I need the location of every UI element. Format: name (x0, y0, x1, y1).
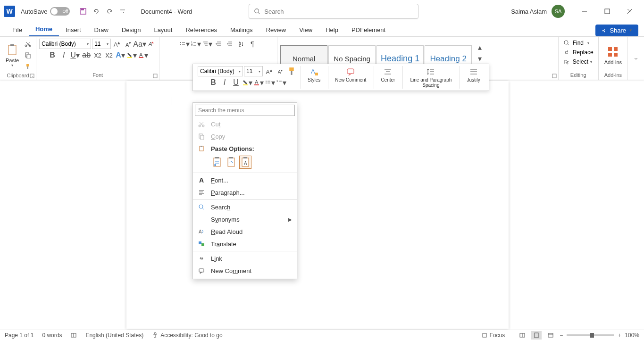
share-button[interactable]: Share ▼ (595, 25, 638, 36)
tab-draw[interactable]: Draw (88, 24, 115, 36)
context-read-aloud[interactable]: A Read Aloud (193, 225, 297, 238)
status-page[interactable]: Page 1 of 1 (5, 332, 33, 339)
styles-dialog-launcher[interactable] (552, 73, 557, 79)
select-button[interactable]: Select ▾ (561, 58, 594, 66)
context-new-comment[interactable]: New Comment (193, 265, 297, 277)
qat-customize-button[interactable] (116, 5, 129, 18)
paste-keep-source[interactable] (211, 156, 223, 169)
close-button[interactable] (619, 4, 640, 19)
superscript-button[interactable]: x2 (104, 50, 114, 60)
undo-button[interactable] (90, 5, 103, 18)
highlight-button[interactable]: ▾ (126, 50, 137, 60)
paste-button[interactable]: Paste ▾ (3, 39, 22, 71)
sort-button[interactable]: AZ (236, 39, 246, 49)
styles-up-button[interactable]: ▴ (475, 42, 485, 53)
tab-review[interactable]: Review (259, 24, 293, 36)
replace-button[interactable]: Replace (561, 48, 595, 57)
subscript-button[interactable]: x2 (92, 50, 103, 60)
format-painter-button[interactable] (23, 61, 33, 72)
multilevel-list-button[interactable]: ▾ (202, 39, 212, 49)
context-search-input[interactable]: Search the menus (195, 105, 295, 116)
ribbon-collapse-button[interactable] (631, 53, 641, 64)
grow-font-button[interactable]: A▴ (112, 39, 122, 49)
text-effects-button[interactable]: A▾ (115, 50, 125, 60)
context-search[interactable]: Search (193, 201, 297, 213)
context-synonyms[interactable]: Synonyms ▶ (193, 213, 297, 225)
font-size-combo[interactable]: 11▾ (92, 39, 111, 49)
zoom-out[interactable]: − (560, 332, 563, 339)
mini-font-color[interactable]: A▾ (253, 77, 264, 88)
paste-merge[interactable] (225, 156, 237, 169)
context-link[interactable]: Link (193, 252, 297, 265)
save-button[interactable] (76, 5, 90, 18)
mini-bullets[interactable]: ▾ (265, 77, 275, 88)
search-input[interactable] (264, 8, 413, 15)
find-button[interactable]: Find ▾ (561, 39, 591, 47)
decrease-indent-button[interactable] (213, 39, 224, 49)
paste-text-only[interactable]: A (239, 156, 251, 169)
minimize-button[interactable] (574, 4, 595, 19)
context-font[interactable]: A Font... (193, 174, 297, 186)
clipboard-dialog-launcher[interactable] (29, 73, 35, 79)
cut-button[interactable] (23, 39, 33, 49)
mini-justify[interactable]: Justify (463, 66, 484, 83)
underline-button[interactable]: U▾ (70, 50, 80, 60)
document-page[interactable] (126, 81, 509, 329)
strikethrough-button[interactable]: ab (81, 50, 92, 60)
mini-numbering[interactable]: 1▾ (276, 77, 286, 88)
zoom-level[interactable]: 100% (625, 332, 639, 339)
addins-button[interactable]: Add-ins (602, 39, 625, 71)
tab-references[interactable]: References (179, 24, 223, 36)
tab-help[interactable]: Help (319, 24, 345, 36)
status-language[interactable]: English (United States) (85, 332, 143, 339)
mini-font-size[interactable]: 11▾ (244, 66, 263, 76)
change-case-button[interactable]: Aa▾ (134, 39, 145, 49)
mini-bold[interactable]: B (208, 77, 218, 88)
maximize-button[interactable] (597, 4, 618, 19)
bold-button[interactable]: B (47, 50, 58, 60)
mini-center[interactable]: Center (377, 66, 399, 83)
view-web-layout[interactable] (545, 331, 556, 340)
font-dialog-launcher[interactable] (152, 73, 158, 79)
tab-view[interactable]: View (293, 24, 319, 36)
view-print-layout[interactable] (531, 331, 542, 340)
status-focus[interactable]: Focus (481, 332, 505, 339)
tab-pdfelement[interactable]: PDFelement (345, 24, 392, 36)
mini-font-name[interactable]: Calibri (Body)▾ (198, 66, 243, 76)
copy-button[interactable] (23, 50, 33, 60)
mini-line-spacing[interactable]: Line and Paragraph Spacing (406, 66, 456, 89)
autosave-toggle[interactable]: Off (50, 7, 70, 16)
status-accessibility[interactable]: Accessibility: Good to go (152, 332, 222, 339)
context-translate[interactable]: Translate (193, 238, 297, 250)
styles-down-button[interactable]: ▾ (475, 54, 485, 64)
mini-grow-font[interactable]: A▴ (264, 66, 274, 76)
mini-format-painter[interactable] (286, 66, 297, 76)
tab-insert[interactable]: Insert (59, 24, 88, 36)
mini-underline[interactable]: U (231, 77, 241, 88)
context-paragraph[interactable]: Paragraph... (193, 186, 297, 199)
mini-new-comment[interactable]: New Comment (331, 66, 370, 83)
tab-file[interactable]: File (6, 24, 29, 36)
numbering-button[interactable]: 12▾ (191, 39, 201, 49)
tab-home[interactable]: Home (29, 23, 59, 36)
mini-styles[interactable]: A Styles (304, 66, 324, 83)
tab-layout[interactable]: Layout (147, 24, 179, 36)
tab-mailings[interactable]: Mailings (224, 24, 259, 36)
font-name-combo[interactable]: Calibri (Body)▾ (39, 39, 91, 49)
shrink-font-button[interactable]: A▾ (123, 39, 134, 49)
status-spellcheck[interactable] (70, 332, 77, 339)
redo-button[interactable] (103, 5, 116, 18)
mini-italic[interactable]: I (219, 77, 230, 88)
bullets-button[interactable]: ▾ (179, 39, 190, 49)
mini-highlight[interactable]: ▾ (242, 77, 252, 88)
view-read-mode[interactable] (517, 331, 527, 340)
show-marks-button[interactable]: ¶ (247, 39, 258, 49)
increase-indent-button[interactable] (225, 39, 235, 49)
clear-formatting-button[interactable]: A (146, 39, 156, 49)
tab-design[interactable]: Design (115, 24, 147, 36)
zoom-slider[interactable] (567, 334, 614, 336)
status-words[interactable]: 0 words (42, 332, 62, 339)
user-avatar[interactable]: SA (552, 5, 565, 18)
italic-button[interactable]: I (59, 50, 69, 60)
font-color-button[interactable]: A▾ (138, 50, 148, 60)
